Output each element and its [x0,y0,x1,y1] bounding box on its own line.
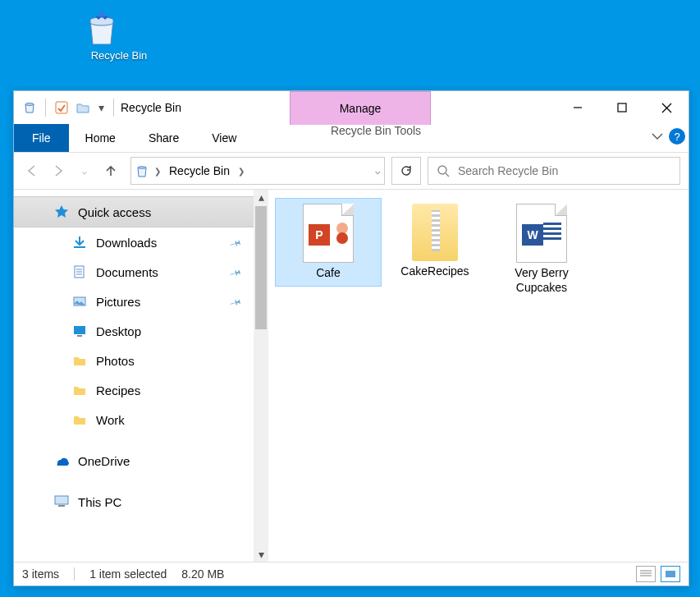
sidebar-item-desktop[interactable]: Desktop [14,316,254,346]
maximize-button[interactable] [600,93,644,122]
sidebar-item-pictures[interactable]: Pictures 📌︎ [14,287,254,316]
sidebar-item-documents[interactable]: Documents 📌︎ [14,257,254,287]
nav-recent-button[interactable]: ⌵ [75,161,94,181]
contextual-tab-label: Manage [340,102,382,115]
qat-newfolder-icon[interactable] [74,99,92,117]
window-body: Quick access Downloads 📌︎ Documents 📌︎ P… [14,190,689,562]
file-item-cakerecipes[interactable]: CakeRecipes [382,198,488,285]
star-icon [53,204,70,220]
sidebar-item-label: Downloads [96,236,157,250]
help-button[interactable]: ? [669,128,685,145]
sidebar-item-recipes[interactable]: Recipes [14,375,254,405]
chevron-right-icon[interactable]: ❯ [153,167,162,176]
sidebar-item-photos[interactable]: Photos [14,346,254,375]
file-list[interactable]: P Cafe CakeRecipes W Very Berry Cupcakes [268,190,689,562]
window-title: Recycle Bin [121,101,181,114]
sidebar-item-label: Desktop [96,324,141,338]
search-icon [437,164,450,177]
tab-view[interactable]: View [195,124,253,152]
zip-folder-icon [412,204,458,261]
folder-icon [71,411,88,428]
close-button[interactable] [644,93,689,122]
nav-up-button[interactable] [101,161,121,181]
pictures-icon [71,293,88,310]
onedrive-icon [53,452,70,469]
sidebar-onedrive[interactable]: OneDrive [14,446,254,475]
folder-icon [71,352,88,369]
ribbon-tabs: File Home Share View Recycle Bin Tools ? [14,124,689,153]
chevron-right-icon[interactable]: ❯ [236,167,246,176]
status-selection-size: 8.20 MB [181,567,224,581]
sidebar-scrollbar[interactable]: ▴ ▾ [254,190,268,562]
view-large-icons-button[interactable] [661,566,680,582]
qat-dropdown-icon[interactable]: ▾ [95,99,107,117]
sidebar-quick-access[interactable]: Quick access [14,196,254,227]
svg-rect-15 [77,335,82,337]
desktop-recycle-bin[interactable]: Recycle Bin [82,8,156,62]
tab-file[interactable]: File [14,124,69,152]
scroll-down-icon[interactable]: ▾ [254,547,268,562]
sidebar-item-downloads[interactable]: Downloads 📌︎ [14,227,254,257]
svg-rect-17 [58,505,65,507]
sidebar-item-label: Documents [96,265,158,279]
contextual-tab-header[interactable]: Manage [290,91,431,125]
scrollbar-thumb[interactable] [255,206,267,329]
minimize-button[interactable] [556,93,600,122]
navigation-bar: ⌵ ❯ Recycle Bin ❯ ⌵ Search Recycle Bin [14,153,689,190]
sidebar-item-label: Quick access [78,205,151,219]
recycle-bin-icon [135,163,149,178]
svg-line-8 [446,173,449,177]
download-icon [71,234,88,250]
powerpoint-icon: P [303,204,354,263]
sidebar-item-work[interactable]: Work [14,405,254,434]
breadcrumb-location[interactable]: Recycle Bin [166,164,233,177]
pin-icon: 📌︎ [227,292,245,310]
sidebar-item-label: This PC [78,495,121,509]
explorer-window: ▾ Recycle Bin Manage File Home Share Vie… [13,90,689,586]
svg-rect-1 [56,102,67,113]
recycle-bin-full-icon [82,8,121,48]
sidebar-this-pc[interactable]: This PC [14,487,254,517]
title-bar: ▾ Recycle Bin Manage [14,91,689,124]
sidebar-item-label: Recipes [96,383,140,397]
scroll-up-icon[interactable]: ▴ [254,190,268,204]
file-item-very-berry-cupcakes[interactable]: W Very Berry Cupcakes [488,198,595,301]
search-placeholder: Search Recycle Bin [458,164,558,177]
file-name: Cafe [277,266,379,281]
view-details-button[interactable] [636,566,656,582]
sidebar-item-label: OneDrive [78,454,130,468]
desktop-icon [71,323,88,339]
sidebar-item-label: Pictures [96,295,140,309]
status-selection-count: 1 item selected [89,567,167,581]
refresh-button[interactable] [391,157,421,185]
address-dropdown-icon[interactable]: ⌵ [375,166,381,177]
svg-rect-3 [618,103,626,112]
tab-home[interactable]: Home [69,124,132,152]
svg-rect-16 [55,496,68,504]
pc-icon [53,494,70,510]
file-item-cafe[interactable]: P Cafe [275,198,382,287]
desktop-recycle-bin-label: Recycle Bin [82,49,156,62]
address-bar[interactable]: ❯ Recycle Bin ❯ ⌵ [130,157,385,185]
search-box[interactable]: Search Recycle Bin [428,157,680,185]
svg-rect-21 [666,571,675,577]
nav-back-button[interactable] [22,161,42,181]
tab-recycle-bin-tools[interactable]: Recycle Bin Tools [290,124,462,137]
word-icon: W [516,204,567,263]
status-item-count: 3 items [22,567,59,581]
pin-icon: 📌︎ [227,263,245,281]
folder-icon [71,382,88,398]
ribbon-collapse-icon[interactable] [651,130,664,143]
tab-share[interactable]: Share [132,124,195,152]
recycle-bin-icon[interactable] [21,99,39,117]
svg-point-0 [25,103,34,106]
file-name: CakeRecipes [384,264,486,279]
pin-icon: 📌︎ [227,233,245,251]
svg-point-6 [138,167,146,168]
file-name: Very Berry Cupcakes [491,266,592,295]
qat-properties-icon[interactable] [53,99,71,117]
svg-rect-14 [74,326,85,334]
sidebar-item-label: Photos [96,354,135,368]
sidebar-item-label: Work [96,413,125,427]
nav-forward-button[interactable] [48,161,68,181]
